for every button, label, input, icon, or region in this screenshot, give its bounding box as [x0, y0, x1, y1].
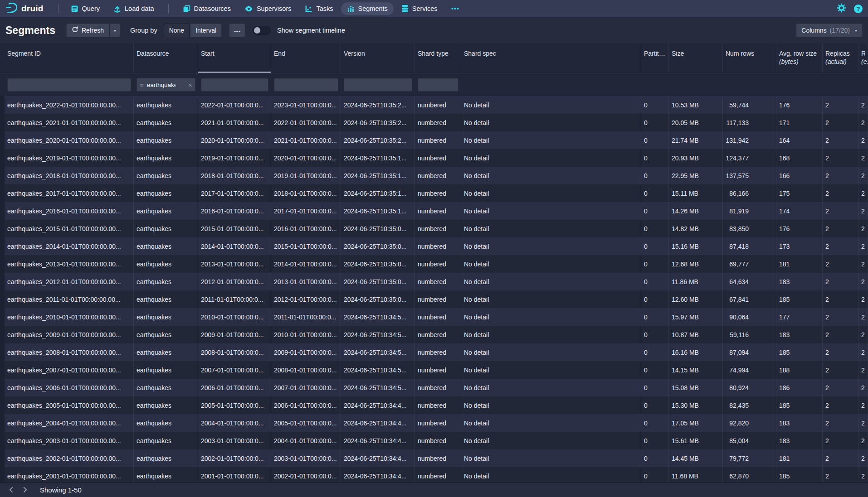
cell-avg_row_size[interactable]: 177: [776, 308, 823, 326]
cell-shard_spec[interactable]: No detail: [461, 379, 641, 396]
cell-size[interactable]: 15.11 MB: [669, 184, 723, 202]
cell-avg_row_size[interactable]: 185: [776, 396, 823, 414]
cell-avg_row_size[interactable]: 175: [776, 184, 823, 202]
cell-avg_row_size[interactable]: 181: [776, 449, 823, 467]
cell-datasource[interactable]: earthquakes: [134, 290, 198, 308]
column-header-segment_id[interactable]: Segment ID: [5, 43, 134, 73]
cell-partition[interactable]: 0: [641, 361, 669, 379]
cell-replication_factor[interactable]: 2: [858, 414, 868, 432]
cell-shard_type[interactable]: numbered: [415, 149, 461, 167]
cell-replicas[interactable]: 2: [823, 414, 858, 432]
cell-replication_factor[interactable]: 2: [858, 361, 868, 379]
cell-num_rows[interactable]: 92,820: [723, 414, 776, 432]
cell-version[interactable]: 2024-06-25T10:34:5...: [341, 326, 415, 343]
column-header-replication_factor[interactable]: Replication factor(expected): [858, 43, 868, 73]
column-header-size[interactable]: Size: [669, 43, 723, 73]
nav-item-load-data[interactable]: Load data: [107, 2, 160, 15]
cell-partition[interactable]: 0: [641, 414, 669, 432]
cell-version[interactable]: 2024-06-25T10:34:4...: [341, 432, 415, 449]
cell-shard_spec[interactable]: No detail: [461, 202, 641, 220]
cell-segment_id[interactable]: earthquakes_2020-01-01T00:00:00.00...: [5, 131, 134, 149]
cell-replicas[interactable]: 2: [823, 308, 858, 326]
cell-datasource[interactable]: earthquakes: [134, 343, 198, 361]
cell-version[interactable]: 2024-06-25T10:35:0...: [341, 220, 415, 237]
cell-shard_spec[interactable]: No detail: [461, 414, 641, 432]
cell-num_rows[interactable]: 64,634: [723, 273, 776, 290]
cell-replicas[interactable]: 2: [823, 396, 858, 414]
cell-start[interactable]: 2006-01-01T00:00:0...: [198, 379, 271, 396]
cell-datasource[interactable]: earthquakes: [134, 379, 198, 396]
cell-start[interactable]: 2003-01-01T00:00:0...: [198, 432, 271, 449]
cell-replication_factor[interactable]: 2: [858, 255, 868, 273]
cell-version[interactable]: 2024-06-25T10:34:5...: [341, 308, 415, 326]
cell-version[interactable]: 2024-06-25T10:35:2...: [341, 114, 415, 131]
cell-partition[interactable]: 0: [641, 308, 669, 326]
cell-shard_spec[interactable]: No detail: [461, 361, 641, 379]
cell-shard_type[interactable]: numbered: [415, 131, 461, 149]
cell-segment_id[interactable]: earthquakes_2017-01-01T00:00:00.00...: [5, 184, 134, 202]
cell-end[interactable]: 2006-01-01T00:00:0...: [271, 396, 341, 414]
filter-chip-datasource[interactable]: =earthquake×: [137, 78, 195, 92]
cell-size[interactable]: 15.08 MB: [669, 379, 723, 396]
cell-end[interactable]: 2018-01-01T00:00:0...: [271, 184, 341, 202]
cell-shard_type[interactable]: numbered: [415, 396, 461, 414]
nav-item-services[interactable]: Services: [395, 2, 444, 15]
cell-start[interactable]: 2007-01-01T00:00:0...: [198, 361, 271, 379]
cell-datasource[interactable]: earthquakes: [134, 432, 198, 449]
cell-avg_row_size[interactable]: 183: [776, 273, 823, 290]
cell-end[interactable]: 2004-01-01T00:00:0...: [271, 432, 341, 449]
clear-filter-icon[interactable]: ×: [188, 81, 192, 89]
cell-start[interactable]: 2021-01-01T00:00:0...: [198, 114, 271, 131]
cell-datasource[interactable]: earthquakes: [134, 273, 198, 290]
cell-replication_factor[interactable]: 2: [858, 343, 868, 361]
cell-start[interactable]: 2014-01-01T00:00:0...: [198, 237, 271, 255]
cell-avg_row_size[interactable]: 166: [776, 167, 823, 184]
cell-replicas[interactable]: 2: [823, 326, 858, 343]
cell-datasource[interactable]: earthquakes: [134, 449, 198, 467]
cell-shard_type[interactable]: numbered: [415, 290, 461, 308]
cell-start[interactable]: 2008-01-01T00:00:0...: [198, 343, 271, 361]
column-header-partition[interactable]: Partition: [641, 43, 669, 73]
column-header-datasource[interactable]: Datasource: [134, 43, 198, 73]
cell-start[interactable]: 2016-01-01T00:00:0...: [198, 202, 271, 220]
segment-timeline-toggle[interactable]: Show segment timeline: [253, 26, 345, 35]
cell-version[interactable]: 2024-06-25T10:34:5...: [341, 343, 415, 361]
cell-replication_factor[interactable]: 2: [858, 149, 868, 167]
cell-start[interactable]: 2017-01-01T00:00:0...: [198, 184, 271, 202]
cell-avg_row_size[interactable]: 174: [776, 202, 823, 220]
cell-end[interactable]: 2017-01-01T00:00:0...: [271, 202, 341, 220]
cell-num_rows[interactable]: 87,418: [723, 237, 776, 255]
cell-replication_factor[interactable]: 2: [858, 202, 868, 220]
column-header-replicas[interactable]: Replicas(actual): [823, 43, 858, 73]
columns-button[interactable]: Columns (17/20) ▾: [796, 24, 863, 37]
cell-partition[interactable]: 0: [641, 131, 669, 149]
druid-logo[interactable]: druid: [5, 1, 44, 16]
cell-version[interactable]: 2024-06-25T10:34:4...: [341, 414, 415, 432]
cell-shard_spec[interactable]: No detail: [461, 220, 641, 237]
cell-version[interactable]: 2024-06-25T10:35:1...: [341, 149, 415, 167]
nav-item-query[interactable]: Query: [65, 2, 106, 15]
cell-avg_row_size[interactable]: 171: [776, 114, 823, 131]
cell-num_rows[interactable]: 86,166: [723, 184, 776, 202]
cell-version[interactable]: 2024-06-25T10:35:1...: [341, 184, 415, 202]
column-header-avg_row_size[interactable]: Avg. row size(bytes): [776, 43, 823, 73]
cell-shard_type[interactable]: numbered: [415, 167, 461, 184]
cell-size[interactable]: 14.45 MB: [669, 449, 723, 467]
cell-datasource[interactable]: earthquakes: [134, 414, 198, 432]
cell-partition[interactable]: 0: [641, 149, 669, 167]
cell-end[interactable]: 2023-01-01T00:00:0...: [271, 96, 341, 114]
cell-size[interactable]: 21.74 MB: [669, 131, 723, 149]
cell-datasource[interactable]: earthquakes: [134, 308, 198, 326]
cell-end[interactable]: 2016-01-01T00:00:0...: [271, 220, 341, 237]
cell-shard_spec[interactable]: No detail: [461, 114, 641, 131]
cell-version[interactable]: 2024-06-25T10:35:0...: [341, 255, 415, 273]
cell-version[interactable]: 2024-06-25T10:35:1...: [341, 202, 415, 220]
cell-segment_id[interactable]: earthquakes_2013-01-01T00:00:00.00...: [5, 255, 134, 273]
cell-avg_row_size[interactable]: 164: [776, 131, 823, 149]
cell-start[interactable]: 2004-01-01T00:00:0...: [198, 414, 271, 432]
cell-partition[interactable]: 0: [641, 255, 669, 273]
cell-shard_type[interactable]: numbered: [415, 449, 461, 467]
cell-start[interactable]: 2005-01-01T00:00:0...: [198, 396, 271, 414]
cell-replicas[interactable]: 2: [823, 273, 858, 290]
cell-shard_type[interactable]: numbered: [415, 379, 461, 396]
